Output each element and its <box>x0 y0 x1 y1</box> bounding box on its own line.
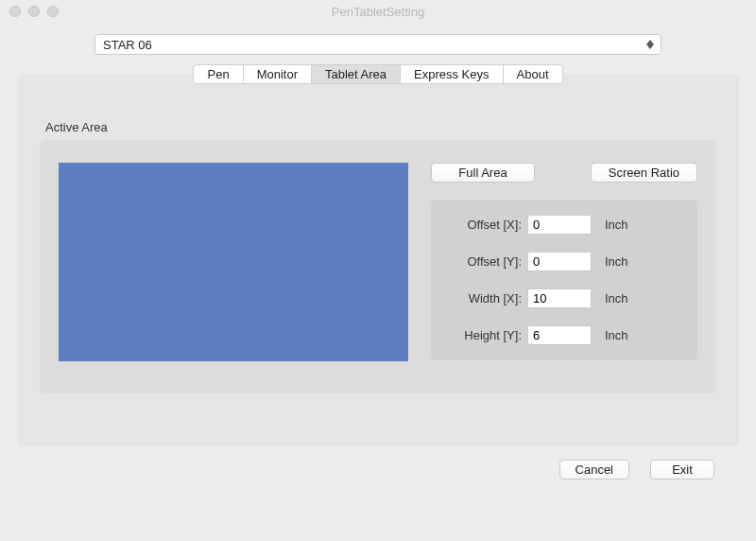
footer-buttons: Cancel Exit <box>17 446 739 480</box>
offset-y-label: Offset [Y]: <box>446 254 527 269</box>
device-select[interactable]: STAR 06 <box>94 34 662 55</box>
window-controls <box>9 6 59 17</box>
width-unit: Inch <box>605 291 628 305</box>
offset-y-unit: Inch <box>605 254 628 269</box>
tab-monitor[interactable]: Monitor <box>244 65 312 83</box>
area-preview[interactable] <box>59 163 408 361</box>
cancel-button[interactable]: Cancel <box>559 460 629 480</box>
section-active-area-label: Active Area <box>45 120 716 134</box>
tab-tablet-area[interactable]: Tablet Area <box>312 65 401 83</box>
offset-y-input[interactable] <box>527 252 592 271</box>
height-label: Height [Y]: <box>446 328 527 342</box>
tab-panel: Active Area Full Area Screen Ratio Offse… <box>17 75 739 446</box>
active-area-group: Full Area Screen Ratio Offset [X]: Inch … <box>40 140 716 393</box>
minimize-icon[interactable] <box>28 6 40 17</box>
exit-button[interactable]: Exit <box>650 460 714 480</box>
device-select-value: STAR 06 <box>103 38 152 52</box>
dimension-inputs: Offset [X]: Inch Offset [Y]: Inch Width … <box>431 200 697 360</box>
height-input[interactable] <box>527 325 592 345</box>
tab-about[interactable]: About <box>504 65 562 83</box>
offset-x-label: Offset [X]: <box>446 218 527 232</box>
tab-pen[interactable]: Pen <box>194 65 243 83</box>
close-icon[interactable] <box>9 6 21 17</box>
offset-x-unit: Inch <box>605 218 628 232</box>
full-area-button[interactable]: Full Area <box>431 163 535 183</box>
height-unit: Inch <box>605 328 628 342</box>
chevron-up-down-icon <box>642 37 659 52</box>
tab-express-keys[interactable]: Express Keys <box>401 65 503 83</box>
tabs: Pen Monitor Tablet Area Express Keys Abo… <box>193 64 562 84</box>
width-label: Width [X]: <box>446 291 527 305</box>
zoom-icon[interactable] <box>47 6 59 17</box>
offset-x-input[interactable] <box>527 215 592 235</box>
titlebar: PenTabletSetting <box>0 0 756 23</box>
screen-ratio-button[interactable]: Screen Ratio <box>591 163 697 183</box>
window-title: PenTabletSetting <box>0 5 756 19</box>
width-input[interactable] <box>527 288 592 308</box>
